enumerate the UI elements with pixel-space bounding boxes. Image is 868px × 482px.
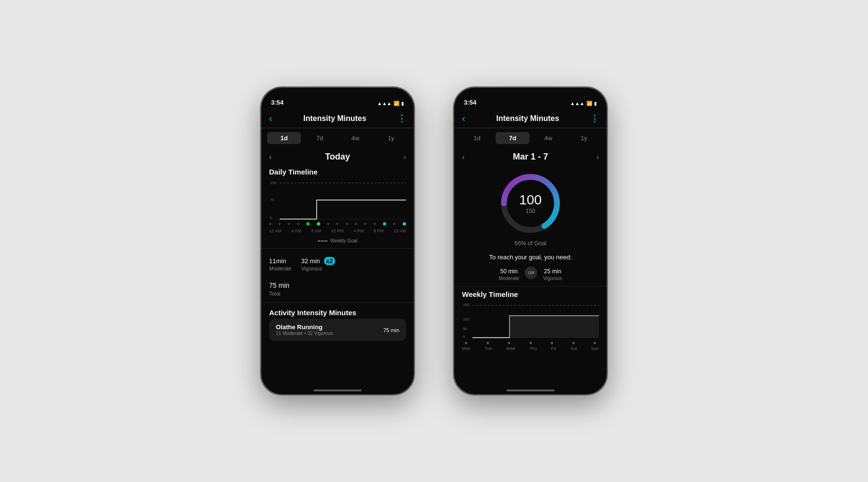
svg-text:0: 0: [463, 335, 465, 339]
notch-right: [502, 88, 559, 100]
reach-goal-title: To reach your goal, you need:: [462, 254, 599, 261]
time-12pm: 12 PM: [331, 228, 343, 233]
divider-2: [261, 302, 414, 303]
activity-card-0[interactable]: Olathe Running 11 Moderate • 32 Vigorous…: [269, 319, 406, 341]
chart-legend: Weekly Goal: [261, 235, 414, 246]
activity-unit: min: [389, 327, 399, 333]
activity-minutes: 75 min: [383, 325, 399, 334]
notch-left: [309, 88, 366, 100]
signal-icon-left: ▲▲▲: [377, 101, 392, 106]
status-icons-right: ▲▲▲ 📶 ▮: [570, 101, 597, 106]
tab-bar-left: 1d 7d 4w 1y: [261, 128, 414, 148]
time-8am: 8 AM: [311, 228, 321, 233]
svg-text:150: 150: [463, 303, 470, 307]
daily-chart-svg: 150 75 0: [269, 180, 406, 223]
phone-weekly: 3:54 ▲▲▲ 📶 ▮ ‹ Intensity Minutes ⋮ 1d 7d…: [453, 87, 608, 395]
tab-7d-left[interactable]: 7d: [303, 132, 337, 144]
wifi-icon-left: 📶: [393, 101, 399, 106]
week-dot-tue: [487, 342, 489, 344]
period-prev-right[interactable]: ‹: [462, 153, 464, 161]
reach-vigorous-value: 25 min: [543, 265, 562, 276]
legend-dash-icon: [318, 241, 327, 241]
ring-chart: 100 150: [497, 170, 564, 237]
period-header-left: ‹ Today ›: [261, 148, 414, 166]
svg-text:100: 100: [463, 317, 470, 321]
week-dot-wed: [508, 342, 510, 344]
vigorous-label: Vigorous: [301, 266, 335, 271]
activity-detail: 11 Moderate • 32 Vigorous: [276, 331, 333, 336]
total-row: 75 min Total: [261, 275, 414, 300]
moderate-label: Moderate: [269, 266, 291, 271]
reach-moderate: 50 min Moderate: [499, 265, 519, 281]
period-next-left[interactable]: ›: [404, 153, 406, 161]
tab-1y-left[interactable]: 1y: [374, 132, 408, 144]
svg-text:50: 50: [463, 327, 467, 331]
activity-name: Olathe Running: [276, 323, 333, 331]
label-sun: Sun: [591, 346, 599, 351]
daily-chart: 150 75 0: [269, 180, 406, 223]
stat-moderate: 11min Moderate: [269, 254, 291, 271]
tab-bar-right: 1d 7d 4w 1y: [454, 128, 607, 148]
activity-section-title: Activity Intensity Minutes: [261, 305, 414, 319]
vigorous-value: 32 min x2: [301, 254, 335, 266]
label-tue: Tue: [485, 346, 492, 351]
label-fri: Fri: [551, 346, 556, 351]
battery-icon-left: ▮: [401, 101, 404, 106]
legend-label: Weekly Goal: [330, 238, 358, 243]
tab-1d-right[interactable]: 1d: [460, 132, 494, 144]
activity-info: Olathe Running 11 Moderate • 32 Vigorous: [276, 323, 333, 336]
ring-value: 100: [519, 192, 542, 208]
tab-1y-right[interactable]: 1y: [567, 132, 601, 144]
total-label: Total: [269, 291, 406, 296]
reach-moderate-label: Moderate: [499, 276, 519, 281]
daily-timeline-title: Daily Timeline: [261, 166, 414, 180]
week-dot-sat: [572, 342, 575, 344]
status-icons-left: ▲▲▲ 📶 ▮: [377, 101, 404, 106]
week-dots: [454, 341, 607, 345]
tab-4w-right[interactable]: 4w: [531, 132, 565, 144]
wifi-icon-right: 📶: [586, 101, 592, 106]
back-button-right[interactable]: ‹: [462, 113, 465, 124]
tab-1d-left[interactable]: 1d: [267, 132, 301, 144]
reach-goal-row: 50 min Moderate OR 25 min Vigorous: [462, 265, 599, 281]
label-thu: Thu: [529, 346, 537, 351]
nav-title-right: Intensity Minutes: [496, 114, 559, 123]
signal-icon-right: ▲▲▲: [570, 101, 584, 106]
reach-vigorous-label: Vigorous: [543, 276, 562, 281]
svg-text:0: 0: [270, 215, 272, 220]
vigorous-unit: min: [308, 257, 320, 265]
or-badge: OR: [525, 267, 537, 279]
period-prev-left[interactable]: ‹: [269, 153, 271, 161]
stat-vigorous: 32 min x2 Vigorous: [301, 254, 335, 271]
nav-bar-right: ‹ Intensity Minutes ⋮: [454, 109, 607, 128]
menu-button-right[interactable]: ⋮: [590, 113, 599, 124]
svg-marker-13: [473, 316, 599, 337]
menu-button-left[interactable]: ⋮: [397, 113, 406, 124]
label-sat: Sat: [570, 346, 577, 351]
divider-weekly: [454, 286, 607, 286]
weekly-timeline-title: Weekly Timeline: [454, 288, 607, 302]
nav-title-left: Intensity Minutes: [303, 114, 366, 123]
content-scroll-right: ‹ Mar 1 - 7 ›: [454, 148, 607, 394]
period-title-right: Mar 1 - 7: [513, 152, 548, 162]
vigorous-badge: x2: [324, 257, 335, 265]
period-next-right[interactable]: ›: [597, 153, 599, 161]
weekly-chart: 150 100 50 0: [462, 302, 599, 341]
tab-4w-left[interactable]: 4w: [339, 132, 372, 144]
label-wed: Wed: [506, 346, 515, 351]
week-dot-sun: [594, 342, 596, 344]
nav-bar-left: ‹ Intensity Minutes ⋮: [261, 109, 414, 128]
ring-goal: 150: [519, 208, 542, 214]
ring-container: 100 150 66% of Goal: [454, 166, 607, 251]
period-header-right: ‹ Mar 1 - 7 ›: [454, 148, 607, 166]
time-4pm: 4 PM: [353, 228, 364, 233]
back-button-left[interactable]: ‹: [269, 113, 272, 124]
content-scroll-left: ‹ Today › Daily Timeline 150 75 0: [261, 148, 414, 394]
divider-1: [261, 248, 414, 249]
tab-7d-right[interactable]: 7d: [496, 132, 529, 144]
time-12am: 12 AM: [269, 228, 282, 233]
stats-row: 11min Moderate 32 min x2 Vigorous: [261, 251, 414, 275]
total-value: 75 min: [269, 277, 406, 291]
time-4am: 4 AM: [291, 228, 301, 233]
total-unit: min: [277, 281, 289, 289]
